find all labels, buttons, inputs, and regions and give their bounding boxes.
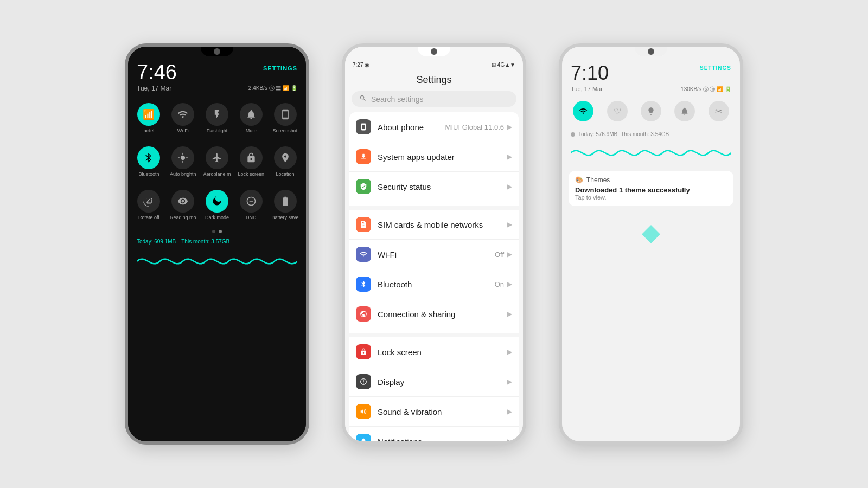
flashlight-icon xyxy=(206,103,228,126)
settings-item-sound[interactable]: Sound & vibration ▶ xyxy=(349,397,519,427)
quick-item-location[interactable]: Location xyxy=(269,143,302,180)
quick-item-darkmode[interactable]: Dark mode xyxy=(201,187,234,223)
battery-icon xyxy=(274,190,297,213)
notif-sub: Tap to view. xyxy=(575,194,727,201)
quick-item-lockscreen[interactable]: Lock screen xyxy=(234,143,267,180)
quick-item-brightness[interactable]: Auto brightn xyxy=(167,143,200,180)
notch-2 xyxy=(418,47,450,56)
conn-label: Connection & sharing xyxy=(378,310,507,319)
phone2-statusbar: 7:27 ◉ ⊞ 4G▲▼ xyxy=(345,62,523,68)
wifi-settings-value: Off xyxy=(495,251,504,259)
notch-1 xyxy=(201,47,233,56)
updater-icon xyxy=(356,149,371,164)
dot-1 xyxy=(212,230,215,233)
notif-title: Downloaded 1 theme successfully xyxy=(575,186,727,194)
phone1-settings-label[interactable]: SETTINGS xyxy=(263,65,297,72)
phone3-quick-row: ♡ ✂ xyxy=(562,99,740,125)
wifi-settings-label: Wi-Fi xyxy=(378,250,495,259)
mute-icon xyxy=(240,103,263,126)
settings-item-wifi[interactable]: Wi-Fi Off ▶ xyxy=(349,240,519,269)
search-icon xyxy=(359,94,367,104)
mute-label: Mute xyxy=(246,128,257,133)
screenshot-icon xyxy=(274,103,297,126)
settings-item-display[interactable]: Display ▶ xyxy=(349,367,519,397)
notif-icon xyxy=(356,434,371,441)
p3-quick-airtel[interactable] xyxy=(567,99,599,125)
quick-item-bluetooth[interactable]: Bluetooth xyxy=(132,143,165,180)
quick-item-reading[interactable]: Reading mo xyxy=(167,187,200,223)
notif-header-row: 🎨 Themes xyxy=(575,176,727,184)
p3-quick-screenshot[interactable]: ✂ xyxy=(703,99,735,125)
p3-bulb-icon xyxy=(641,101,661,121)
quick-item-wifi[interactable]: Wi-Fi xyxy=(167,100,200,137)
search-placeholder: Search settings xyxy=(371,95,424,104)
settings-item-about[interactable]: About phone MIUI Global 11.0.6 ▶ xyxy=(349,112,519,142)
sound-label: Sound & vibration xyxy=(378,407,507,416)
statusbar-left: 7:27 ◉ xyxy=(353,62,369,68)
quick-item-battery[interactable]: Battery save xyxy=(269,187,302,223)
security-chevron: ▶ xyxy=(507,183,512,190)
settings-item-updater[interactable]: System apps updater ▶ xyxy=(349,142,519,172)
quick-item-screenshot[interactable]: Screenshot xyxy=(269,100,302,137)
settings-section-1: About phone MIUI Global 11.0.6 ▶ System … xyxy=(349,112,519,201)
security-icon xyxy=(356,179,371,194)
p3-quick-heart[interactable]: ♡ xyxy=(601,99,633,125)
p3-quick-bell[interactable] xyxy=(669,99,700,125)
search-bar[interactable]: Search settings xyxy=(352,91,516,107)
quick-item-airplane[interactable]: Aeroplane m xyxy=(201,143,234,180)
p3-bell-icon xyxy=(674,101,695,121)
lockscreen-label: Lock screen xyxy=(238,171,265,177)
quick-item-mute[interactable]: Mute xyxy=(234,100,267,137)
settings-item-sim[interactable]: SIM cards & mobile networks ▶ xyxy=(349,210,519,240)
diamond-icon xyxy=(642,225,660,243)
bluetooth-icon xyxy=(137,146,160,169)
settings-list: About phone MIUI Global 11.0.6 ▶ System … xyxy=(349,112,519,441)
wifi-label: Wi-Fi xyxy=(177,128,189,133)
phone3-settings-label[interactable]: SETTINGS xyxy=(700,65,731,71)
about-chevron: ▶ xyxy=(507,123,512,131)
sim-chevron: ▶ xyxy=(507,221,512,228)
phone1-date-bar: Tue, 17 Mar 2.4KB/s ⓢ ☰ 📶 🔋 xyxy=(128,85,306,92)
p3-screenshot-icon: ✂ xyxy=(709,101,729,121)
p3-quick-bulb[interactable] xyxy=(635,99,667,125)
settings-item-bluetooth[interactable]: Bluetooth On ▶ xyxy=(349,269,519,299)
p3-heart-icon: ♡ xyxy=(607,101,628,121)
phone1-content: 7:46 SETTINGS Tue, 17 Mar 2.4KB/s ⓢ ☰ 📶 … xyxy=(128,47,306,441)
settings-item-notifications[interactable]: Notifications ▶ xyxy=(349,427,519,441)
phone1-quick-row1: 📶 airtel Wi-Fi Flashlight Mute xyxy=(128,100,306,137)
phone1-date: Tue, 17 Mar xyxy=(137,85,171,92)
security-label: Security status xyxy=(378,182,507,191)
phone3-notification[interactable]: 🎨 Themes Downloaded 1 theme successfully… xyxy=(569,171,733,206)
phone-2: 7:27 ◉ ⊞ 4G▲▼ Settings Search settings A… xyxy=(342,43,526,445)
sim-icon xyxy=(356,217,371,232)
display-chevron: ▶ xyxy=(507,378,512,386)
phone3-status: 130KB/s ⓢ ⓜ 📶 🔋 xyxy=(681,86,731,93)
phone1-status-icons: 2.4KB/s ⓢ ☰ 📶 🔋 xyxy=(248,85,297,92)
data-usage-text: Today: 609.1MB This month: 3.57GB xyxy=(137,239,297,245)
settings-item-connection[interactable]: Connection & sharing ▶ xyxy=(349,299,519,329)
display-icon xyxy=(356,374,371,389)
conn-chevron: ▶ xyxy=(507,310,512,318)
notif-label: Notifications xyxy=(378,437,507,442)
phone2-content: 7:27 ◉ ⊞ 4G▲▼ Settings Search settings A… xyxy=(345,47,523,441)
settings-item-security[interactable]: Security status ▶ xyxy=(349,172,519,201)
sim-label: SIM cards & mobile networks xyxy=(378,220,507,229)
data-today: Today: 609.1MB xyxy=(137,239,176,245)
quick-item-flashlight[interactable]: Flashlight xyxy=(201,100,234,137)
location-icon xyxy=(274,146,297,169)
airtel-label: airtel xyxy=(144,128,155,133)
dnd-label: DND xyxy=(246,215,257,220)
bt-settings-chevron: ▶ xyxy=(507,280,512,288)
settings-item-lockscreen[interactable]: Lock screen ▶ xyxy=(349,337,519,367)
sound-chevron: ▶ xyxy=(507,408,512,415)
bt-settings-value: On xyxy=(495,280,504,288)
data-dot xyxy=(571,132,575,137)
page-dots xyxy=(128,230,306,233)
brightness-icon xyxy=(171,146,194,169)
wave-container-3 xyxy=(562,139,740,166)
bluetooth-label: Bluetooth xyxy=(138,171,159,177)
quick-item-rotate[interactable]: Rotate off xyxy=(132,187,165,223)
phone3-time: 7:10 xyxy=(571,62,609,85)
quick-item-dnd[interactable]: DND xyxy=(234,187,267,223)
quick-item-airtel[interactable]: 📶 airtel xyxy=(132,100,165,137)
